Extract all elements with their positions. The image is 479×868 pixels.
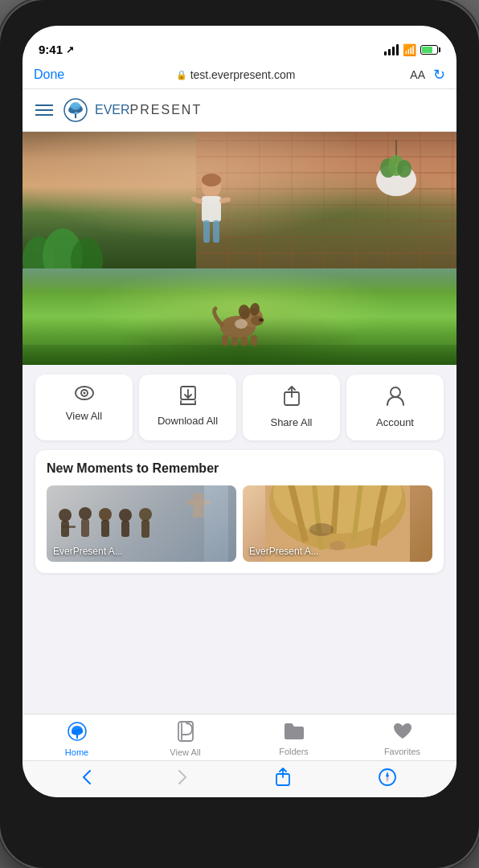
hanging-basket [368,140,424,212]
back-button[interactable] [73,767,100,792]
refresh-button[interactable]: ↻ [433,66,445,84]
svg-rect-44 [101,520,109,537]
svg-rect-48 [141,520,149,538]
folders-tab-icon [283,722,305,744]
folders-tab-label: Folders [279,747,309,756]
plants [23,220,119,268]
lock-icon: 🔒 [176,70,187,80]
browser-bar: Done 🔒 test.everpresent.com AA ↻ [23,61,456,89]
view-all-tab-label: View All [170,747,200,757]
svg-point-38 [59,509,72,522]
share-all-label: Share All [270,416,312,429]
svg-rect-9 [203,220,210,243]
view-all-button[interactable]: View All [35,375,133,440]
tree-logo-icon [63,97,88,123]
view-all-label: View All [66,410,102,423]
url-text: test.everpresent.com [190,68,296,81]
location-icon: ↗ [66,44,74,55]
moments-grid: EverPresent A... [47,485,432,562]
view-all-tab-icon [176,721,195,745]
home-indicator [186,858,293,862]
tab-favorites[interactable]: Favorites [379,722,427,756]
notch [175,0,304,23]
svg-point-31 [235,319,248,329]
tab-view-all[interactable]: View All [162,721,210,757]
download-icon [179,386,197,408]
account-button[interactable]: Account [346,375,444,440]
status-icons: 📶 [384,43,440,56]
moment-card-1-label: EverPresent A... [53,546,123,557]
svg-point-41 [79,507,92,520]
photo-2 [23,268,456,365]
battery-icon [420,45,440,55]
child-silhouette [187,172,235,252]
moment-card-2-label: EverPresent A... [249,546,319,557]
favorites-tab-label: Favorites [384,747,420,756]
text-size-button[interactable]: AA [410,68,425,81]
tab-bar: Home View All Folders [23,714,456,760]
status-bar: 9:41 ↗ 📶 [23,26,456,61]
svg-point-47 [139,508,152,521]
svg-rect-11 [191,196,203,204]
phone-screen: 9:41 ↗ 📶 [23,26,456,797]
svg-point-7 [202,174,221,186]
tab-folders[interactable]: Folders [270,722,318,756]
browser-nav [23,760,456,797]
browser-actions: AA ↻ [405,66,445,84]
moment-card-2[interactable]: EverPresent A... [243,485,432,562]
phone-frame: 9:41 ↗ 📶 [0,0,479,868]
moments-section: New Moments to Remember [35,450,444,573]
share-button[interactable] [265,764,301,794]
compass-button[interactable] [369,765,406,793]
svg-rect-8 [202,196,221,222]
share-icon [283,386,301,410]
svg-point-43 [99,508,112,521]
moments-title: New Moments to Remember [47,461,432,476]
home-tab-label: Home [65,747,88,757]
svg-point-37 [391,387,400,397]
quick-actions: View All Download All [23,365,456,450]
wifi-icon: 📶 [403,43,416,56]
status-time: 9:41 ↗ [39,43,74,56]
svg-rect-40 [61,526,76,528]
svg-point-17 [397,160,411,178]
eye-icon [75,386,94,403]
svg-point-5 [71,102,80,110]
forward-button[interactable] [169,767,196,792]
photo-1 [23,132,456,268]
svg-rect-46 [121,521,129,537]
svg-point-24 [259,318,264,321]
account-label: Account [376,416,414,429]
download-all-button[interactable]: Download All [139,375,236,440]
share-all-button[interactable]: Share All [243,375,340,440]
svg-point-53 [330,541,346,551]
logo-text: EVERPRESENT [95,103,202,117]
app-header: EVERPRESENT [23,89,456,132]
moment-card-1[interactable]: EverPresent A... [47,485,236,562]
browser-url-bar[interactable]: 🔒 test.everpresent.com [74,68,397,81]
app-logo: EVERPRESENT [63,97,202,123]
dog-silhouette [207,297,272,349]
hamburger-menu[interactable] [35,104,53,116]
svg-point-58 [76,729,83,734]
svg-rect-42 [81,519,89,537]
svg-point-52 [309,523,334,536]
home-tab-icon [67,721,88,745]
svg-point-34 [83,392,85,395]
musicians [53,503,174,547]
browser-done-button[interactable]: Done [34,68,66,82]
tab-home[interactable]: Home [53,721,101,757]
svg-rect-10 [213,220,219,243]
svg-rect-12 [219,197,231,203]
svg-rect-39 [61,521,69,537]
svg-point-45 [119,509,132,522]
content-area: View All Download All [23,132,456,797]
account-icon [387,386,404,410]
download-all-label: Download All [158,415,218,428]
signal-bars-icon [384,44,399,55]
favorites-tab-icon [392,722,413,744]
photos-area [23,132,456,365]
